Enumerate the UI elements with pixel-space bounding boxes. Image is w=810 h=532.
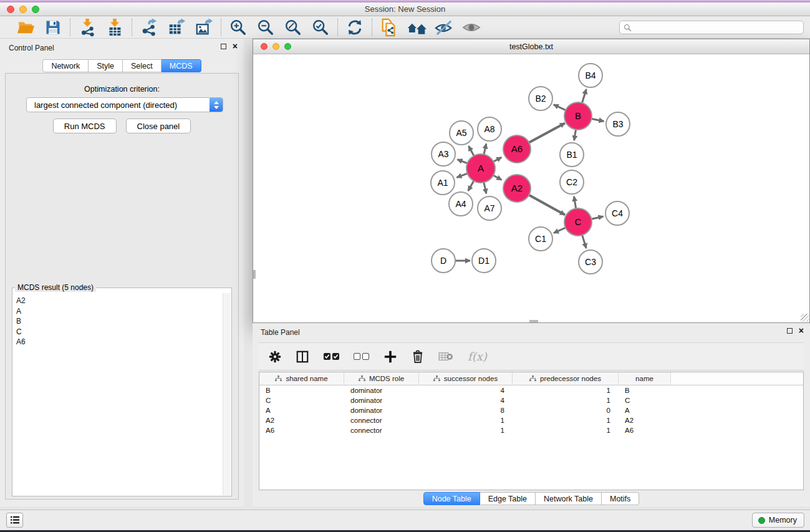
graph-node-B4[interactable]: B4	[579, 64, 602, 87]
table-row[interactable]: C dominator 4 1 C	[259, 395, 803, 405]
close-panel-icon[interactable]: ×	[233, 44, 238, 49]
float-panel-icon[interactable]	[221, 44, 226, 49]
home-icon[interactable]	[407, 18, 427, 37]
svg-text:A7: A7	[484, 203, 494, 213]
list-item[interactable]: B	[16, 316, 222, 327]
settings-gear-icon[interactable]	[269, 351, 281, 363]
float-table-panel-icon[interactable]	[787, 328, 793, 334]
import-network-icon[interactable]	[77, 18, 97, 37]
network-graph[interactable]: B4B2BB3A5A8A6A3B1AA1C2A2A4A7CC4C1C3DD1	[253, 55, 809, 322]
table-row[interactable]: B dominator 4 1 B	[259, 385, 803, 395]
search-field[interactable]	[619, 21, 804, 34]
svg-text:A: A	[478, 163, 484, 173]
tab-network-table[interactable]: Network Table	[536, 492, 602, 505]
table-row[interactable]: A6 connector 1 1 A6	[259, 425, 803, 435]
list-item[interactable]: C	[16, 327, 222, 337]
column-header-shared-name[interactable]: shared name	[259, 372, 344, 385]
zoom-selected-icon[interactable]	[311, 18, 330, 37]
tab-style[interactable]: Style	[89, 59, 123, 72]
task-history-button[interactable]	[6, 513, 23, 528]
graph-node-C2[interactable]: C2	[560, 170, 584, 194]
graph-node-A3[interactable]: A3	[432, 142, 455, 166]
delete-row-trash-icon[interactable]	[412, 350, 424, 364]
graph-node-D1[interactable]: D1	[472, 249, 496, 273]
deselect-all-icon[interactable]	[354, 353, 369, 360]
list-item[interactable]: A6	[16, 337, 222, 347]
graph-node-A8[interactable]: A8	[478, 117, 501, 141]
refresh-icon[interactable]	[345, 18, 365, 37]
tree-icon	[359, 375, 365, 382]
column-header-mcds-role[interactable]: MCDS role	[344, 372, 419, 385]
tab-motifs[interactable]: Motifs	[602, 492, 639, 505]
column-header-name[interactable]: name	[619, 372, 671, 385]
tab-mcds[interactable]: MCDS	[162, 59, 201, 72]
optimization-criterion-label: Optimization criterion:	[6, 85, 238, 94]
run-mcds-button[interactable]: Run MCDS	[53, 118, 117, 133]
function-builder-icon[interactable]: f(x)	[468, 350, 487, 363]
select-all-icon[interactable]	[324, 353, 339, 360]
network-window-titlebar[interactable]: testGlobe.txt	[253, 39, 809, 54]
zoom-out-icon[interactable]	[256, 18, 276, 37]
tab-select[interactable]: Select	[123, 59, 162, 72]
tab-network[interactable]: Network	[42, 59, 89, 72]
graph-node-C3[interactable]: C3	[579, 250, 602, 274]
svg-text:A8: A8	[484, 124, 494, 134]
graph-node-A[interactable]: A	[466, 154, 495, 183]
zoom-fit-icon[interactable]	[283, 18, 303, 37]
criterion-dropdown[interactable]: largest connected component (directed)	[26, 97, 223, 112]
dropdown-stepper-icon	[210, 98, 223, 112]
graph-node-A7[interactable]: A7	[478, 196, 501, 220]
graph-node-B1[interactable]: B1	[560, 143, 584, 167]
zoom-in-icon[interactable]	[228, 18, 248, 37]
import-table-icon[interactable]	[105, 18, 125, 37]
graph-node-C[interactable]: C	[564, 208, 592, 236]
mcds-result-title: MCDS result (5 nodes)	[15, 283, 96, 292]
list-item[interactable]: A	[16, 306, 222, 317]
svg-text:B3: B3	[612, 119, 623, 129]
graph-node-A5[interactable]: A5	[450, 121, 473, 145]
window-resize-grip[interactable]	[801, 314, 809, 322]
memory-button[interactable]: Memory	[752, 513, 804, 528]
mcds-result-list[interactable]: A2 A B C A6	[13, 293, 222, 495]
open-session-icon[interactable]	[16, 18, 36, 37]
graph-node-D[interactable]: D	[432, 249, 455, 273]
show-all-eye-icon[interactable]	[461, 18, 481, 37]
graph-node-A2[interactable]: A2	[503, 175, 531, 202]
network-canvas[interactable]: B4B2BB3A5A8A6A3B1AA1C2A2A4A7CC4C1C3DD1	[253, 55, 809, 322]
table-row[interactable]: A dominator 8 0 A	[259, 405, 803, 415]
export-table-icon[interactable]	[166, 18, 186, 37]
graph-node-A6[interactable]: A6	[503, 135, 531, 163]
hide-selected-eye-icon[interactable]	[434, 18, 454, 37]
graph-node-B3[interactable]: B3	[606, 112, 630, 136]
clone-network-icon[interactable]	[379, 18, 399, 37]
table-row[interactable]: A2 connector 1 1 A2	[259, 415, 803, 425]
list-item[interactable]: A2	[16, 296, 222, 306]
graph-node-B2[interactable]: B2	[529, 87, 552, 110]
node-table[interactable]: shared name MCDS role successor nodes pr…	[259, 372, 804, 490]
add-row-icon[interactable]	[383, 350, 397, 364]
close-panel-button[interactable]: Close panel	[126, 118, 191, 133]
column-header-predecessor-nodes[interactable]: predecessor nodes	[513, 372, 619, 385]
result-scrollbar[interactable]	[223, 293, 231, 495]
save-session-icon[interactable]	[43, 18, 63, 37]
export-image-icon[interactable]	[194, 18, 214, 37]
tab-edge-table[interactable]: Edge Table	[480, 492, 536, 505]
column-header-successor-nodes[interactable]: successor nodes	[419, 372, 513, 385]
graph-node-C1[interactable]: C1	[529, 227, 552, 251]
svg-text:A4: A4	[455, 199, 466, 209]
tab-node-table[interactable]: Node Table	[423, 492, 480, 505]
column-browser-icon[interactable]	[296, 350, 309, 364]
graph-node-B[interactable]: B	[564, 102, 592, 130]
app-titlebar: Session: New Session	[0, 2, 810, 16]
control-panel-header: Control Panel ×	[0, 39, 244, 57]
export-network-icon[interactable]	[139, 18, 159, 37]
graph-node-A1[interactable]: A1	[431, 171, 455, 195]
graph-node-A4[interactable]: A4	[449, 192, 473, 216]
control-panel: Control Panel × Network Style Select MCD…	[0, 39, 244, 506]
svg-text:D1: D1	[478, 256, 489, 266]
delete-table-icon[interactable]	[438, 351, 453, 362]
graph-node-C4[interactable]: C4	[605, 201, 629, 225]
close-table-panel-icon[interactable]: ×	[799, 328, 804, 334]
svg-text:D: D	[440, 256, 446, 266]
search-input[interactable]	[635, 23, 799, 32]
